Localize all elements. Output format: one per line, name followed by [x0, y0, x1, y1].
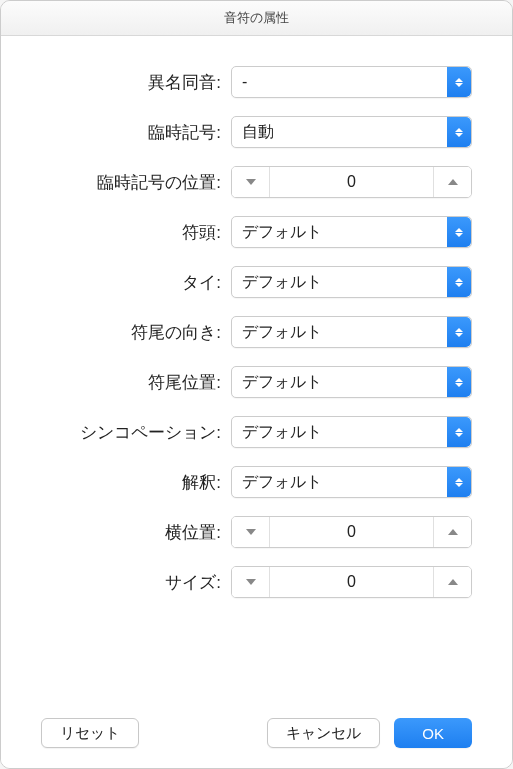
updown-icon	[447, 467, 471, 497]
accidental-select[interactable]: 自動	[231, 116, 472, 148]
increment-button[interactable]	[433, 167, 471, 197]
chevron-down-icon	[246, 179, 256, 185]
accidental-position-label: 臨時記号の位置:	[41, 171, 231, 194]
updown-icon	[447, 417, 471, 447]
enharmonic-value: -	[232, 73, 247, 91]
button-bar: リセット キャンセル OK	[41, 698, 472, 748]
accidental-label: 臨時記号:	[41, 121, 231, 144]
stem-position-label: 符尾位置:	[41, 371, 231, 394]
updown-icon	[447, 67, 471, 97]
syncopation-select[interactable]: デフォルト	[231, 416, 472, 448]
interpretation-label: 解釈:	[41, 471, 231, 494]
decrement-button[interactable]	[232, 167, 270, 197]
accidental-position-value[interactable]: 0	[270, 167, 433, 197]
notehead-select[interactable]: デフォルト	[231, 216, 472, 248]
updown-icon	[447, 367, 471, 397]
enharmonic-select[interactable]: -	[231, 66, 472, 98]
chevron-down-icon	[246, 529, 256, 535]
size-label: サイズ:	[41, 571, 231, 594]
stem-direction-select[interactable]: デフォルト	[231, 316, 472, 348]
window-title: 音符の属性	[1, 1, 512, 36]
chevron-up-icon	[448, 529, 458, 535]
increment-button[interactable]	[433, 567, 471, 597]
notehead-label: 符頭:	[41, 221, 231, 244]
accidental-position-stepper[interactable]: 0	[231, 166, 472, 198]
ok-button[interactable]: OK	[394, 718, 472, 748]
notehead-value: デフォルト	[232, 222, 322, 243]
chevron-up-icon	[448, 179, 458, 185]
tie-select[interactable]: デフォルト	[231, 266, 472, 298]
interpretation-select[interactable]: デフォルト	[231, 466, 472, 498]
tie-value: デフォルト	[232, 272, 322, 293]
decrement-button[interactable]	[232, 517, 270, 547]
chevron-up-icon	[448, 579, 458, 585]
enharmonic-label: 異名同音:	[41, 71, 231, 94]
decrement-button[interactable]	[232, 567, 270, 597]
updown-icon	[447, 317, 471, 347]
size-value[interactable]: 0	[270, 567, 433, 597]
horizontal-position-value[interactable]: 0	[270, 517, 433, 547]
increment-button[interactable]	[433, 517, 471, 547]
size-stepper[interactable]: 0	[231, 566, 472, 598]
accidental-value: 自動	[232, 122, 274, 143]
horizontal-position-stepper[interactable]: 0	[231, 516, 472, 548]
updown-icon	[447, 117, 471, 147]
tie-label: タイ:	[41, 271, 231, 294]
stem-direction-label: 符尾の向き:	[41, 321, 231, 344]
updown-icon	[447, 217, 471, 247]
updown-icon	[447, 267, 471, 297]
dialog-content: 異名同音: - 臨時記号: 自動	[1, 36, 512, 768]
chevron-down-icon	[246, 579, 256, 585]
syncopation-label: シンコペーション:	[41, 421, 231, 444]
horizontal-position-label: 横位置:	[41, 521, 231, 544]
syncopation-value: デフォルト	[232, 422, 322, 443]
interpretation-value: デフォルト	[232, 472, 322, 493]
stem-position-select[interactable]: デフォルト	[231, 366, 472, 398]
cancel-button[interactable]: キャンセル	[267, 718, 380, 748]
stem-direction-value: デフォルト	[232, 322, 322, 343]
reset-button[interactable]: リセット	[41, 718, 139, 748]
stem-position-value: デフォルト	[232, 372, 322, 393]
